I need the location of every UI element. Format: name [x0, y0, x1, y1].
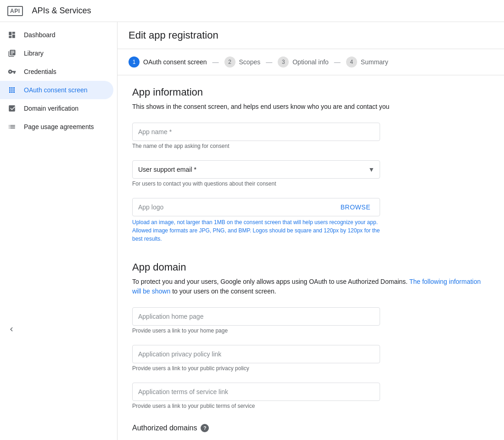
step-divider-1: —	[213, 58, 219, 66]
page-usage-icon	[7, 122, 17, 131]
step-2[interactable]: 2 Scopes	[224, 56, 261, 68]
privacy-policy-hint: Provide users a link to your public priv…	[132, 365, 488, 372]
app-logo-label: App logo	[138, 203, 337, 211]
form-content: App information This shows in the consen…	[118, 75, 503, 440]
privacy-policy-group: Provide users a link to your public priv…	[132, 345, 488, 372]
step-1-label: OAuth consent screen	[143, 58, 207, 66]
authorized-domains-title-row: Authorized domains ?	[132, 424, 488, 432]
api-logo-icon: API	[7, 6, 23, 16]
terms-of-service-hint: Provide users a link to your public term…	[132, 403, 488, 409]
credentials-icon	[7, 67, 17, 76]
app-name-input[interactable]	[132, 123, 380, 141]
privacy-policy-input[interactable]	[132, 345, 380, 363]
app-logo-hint: Upload an image, not larger than 1MB on …	[132, 218, 380, 243]
user-support-email-group: User support email * ▼ For users to cont…	[132, 160, 488, 187]
step-3-label: Optional info	[292, 58, 329, 66]
step-1-circle: 1	[129, 56, 140, 68]
sidebar-item-domain[interactable]: Domain verification	[0, 99, 113, 118]
step-4-circle: 4	[346, 56, 357, 68]
user-support-email-hint: For users to contact you with questions …	[132, 181, 488, 187]
sidebar: Dashboard Library Credentials	[0, 22, 118, 440]
app-name-hint: The name of the app asking for consent	[132, 143, 488, 149]
oauth-icon	[7, 85, 17, 95]
step-2-circle: 2	[224, 56, 235, 68]
app-title: APIs & Services	[32, 6, 91, 16]
authorized-domains-help-icon[interactable]: ?	[201, 424, 209, 432]
stepper: 1 OAuth consent screen — 2 Scopes — 3 Op…	[118, 49, 504, 75]
app-domain-section: App domain To protect you and your users…	[132, 261, 488, 432]
terms-of-service-group: Provide users a link to your public term…	[132, 383, 488, 409]
dashboard-icon	[7, 30, 17, 39]
authorized-domains-label: Authorized domains	[132, 424, 197, 432]
app-home-page-input[interactable]	[132, 307, 380, 326]
app-information-desc: This shows in the consent screen, and he…	[132, 102, 488, 112]
app-logo-group: App logo BROWSE Upload an image, not lar…	[132, 198, 488, 243]
top-bar: API APIs & Services	[0, 0, 504, 22]
authorized-domains-section: Authorized domains ?	[132, 424, 488, 432]
step-divider-3: —	[334, 58, 341, 66]
app-logo-upload: App logo BROWSE	[132, 198, 380, 216]
main-layout: Dashboard Library Credentials	[0, 22, 504, 440]
app-domain-title: App domain	[132, 261, 488, 273]
library-icon	[7, 49, 17, 58]
app-home-page-hint: Provide users a link to your home page	[132, 327, 488, 334]
page-header: Edit app registration	[118, 22, 504, 49]
step-divider-2: —	[266, 58, 272, 66]
step-1[interactable]: 1 OAuth consent screen	[129, 56, 207, 68]
app-information-title: App information	[132, 86, 488, 98]
domain-icon	[7, 104, 17, 113]
content-area: Edit app registration 1 OAuth consent sc…	[118, 22, 504, 440]
app-domain-desc: To protect you and your users, Google on…	[132, 277, 488, 296]
sidebar-domain-label: Domain verification	[24, 105, 78, 112]
step-4[interactable]: 4 Summary	[346, 56, 388, 68]
terms-of-service-input[interactable]	[132, 383, 380, 401]
sidebar-item-oauth[interactable]: OAuth consent screen	[0, 81, 113, 99]
step-4-label: Summary	[361, 58, 388, 66]
page-title: Edit app registration	[129, 29, 218, 41]
app-name-group: The name of the app asking for consent	[132, 123, 488, 149]
sidebar-oauth-label: OAuth consent screen	[24, 86, 88, 94]
sidebar-collapse-button[interactable]	[0, 320, 117, 339]
sidebar-item-dashboard[interactable]: Dashboard	[0, 26, 113, 44]
sidebar-dashboard-label: Dashboard	[24, 31, 56, 39]
sidebar-credentials-label: Credentials	[24, 68, 56, 75]
browse-button[interactable]: BROWSE	[337, 202, 374, 213]
step-2-label: Scopes	[239, 58, 261, 66]
user-support-email-select[interactable]: User support email *	[132, 160, 380, 179]
sidebar-item-credentials[interactable]: Credentials	[0, 62, 113, 81]
sidebar-library-label: Library	[24, 50, 44, 57]
step-3-circle: 3	[278, 56, 289, 68]
sidebar-item-library[interactable]: Library	[0, 44, 113, 62]
app-home-page-group: Provide users a link to your home page	[132, 307, 488, 334]
user-support-email-wrapper: User support email * ▼	[132, 160, 380, 179]
step-3[interactable]: 3 Optional info	[278, 56, 329, 68]
sidebar-item-page-usage[interactable]: Page usage agreements	[0, 118, 113, 136]
sidebar-page-usage-label: Page usage agreements	[24, 123, 94, 130]
